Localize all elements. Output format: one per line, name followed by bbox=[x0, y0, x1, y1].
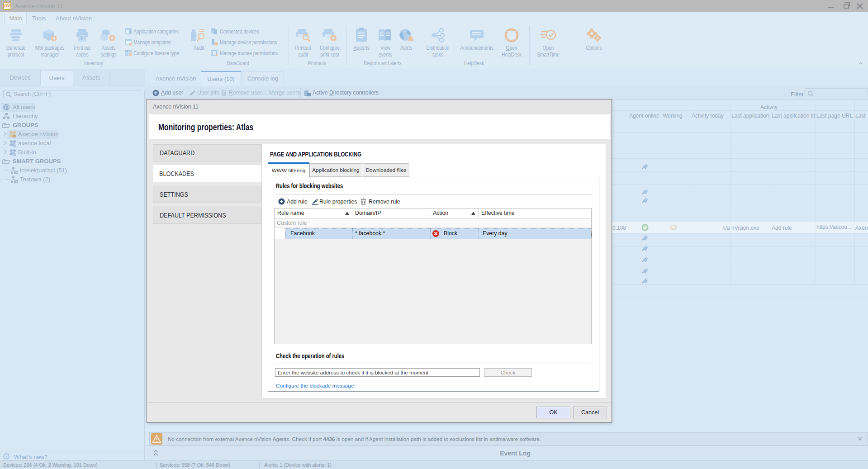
svg-text:AD: AD bbox=[13, 153, 16, 156]
svg-text:i: i bbox=[6, 455, 7, 459]
svg-text:AD: AD bbox=[13, 144, 16, 147]
